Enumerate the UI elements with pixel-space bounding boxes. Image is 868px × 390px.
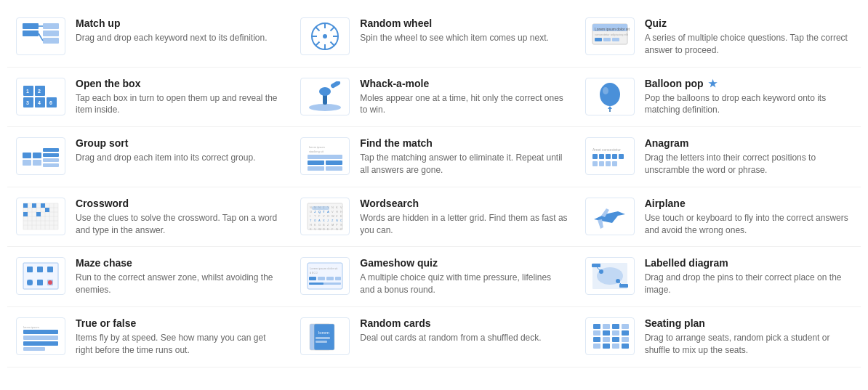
- svg-marker-39: [608, 106, 612, 109]
- labelled-diagram-title: Labelled diagram: [645, 257, 852, 269]
- svg-text:A: A: [327, 210, 329, 214]
- seating-plan-title: Seating plan: [645, 317, 852, 329]
- crossword-desc: Use the clues to solve the crossword. Ta…: [76, 212, 283, 237]
- svg-text:O: O: [310, 210, 312, 214]
- svg-text:K: K: [314, 223, 316, 227]
- svg-rect-143: [47, 267, 53, 272]
- activity-item-random-wheel[interactable]: Random wheelSpin the wheel to see which …: [292, 7, 576, 68]
- group-sort-title: Group sort: [76, 137, 283, 149]
- svg-text:D: D: [323, 227, 325, 231]
- svg-rect-155: [335, 277, 341, 280]
- quiz-title: Quiz: [645, 17, 852, 29]
- activity-item-seating-plan[interactable]: Seating planDrag to arrange seats, rando…: [576, 307, 861, 367]
- activity-item-group-sort[interactable]: Group sortDrag and drop each item into i…: [7, 127, 292, 187]
- activity-item-quiz[interactable]: Lorem ipsum dolor sit amet consectetur a…: [576, 7, 861, 68]
- balloon-pop-desc: Pop the balloons to drop each keyword on…: [645, 92, 852, 117]
- gameshow-quiz-icon: Lorem ipsum dolor sit A B C D: [300, 257, 350, 295]
- svg-text:A B C D: A B C D: [310, 272, 318, 275]
- anagram-text-block: AnagramDrag the letters into their corre…: [645, 137, 852, 176]
- svg-text:H: H: [340, 210, 342, 214]
- svg-rect-62: [619, 154, 624, 159]
- whack-a-mole-text-block: Whack-a-moleMoles appear one at a time, …: [360, 78, 567, 117]
- crossword-text-block: CrosswordUse the clues to solve the cros…: [76, 198, 283, 237]
- seating-plan-text-block: Seating planDrag to arrange seats, rando…: [645, 317, 852, 357]
- svg-point-36: [319, 87, 331, 96]
- svg-rect-23: [612, 38, 619, 41]
- svg-rect-188: [622, 324, 629, 329]
- random-cards-text-block: Random cardsDeal out cards at random fro…: [360, 317, 567, 344]
- svg-rect-154: [326, 277, 334, 280]
- activity-item-balloon-pop[interactable]: Balloon pop★Pop the balloons to drop eac…: [576, 68, 861, 128]
- svg-text:E: E: [327, 227, 329, 231]
- match-up-desc: Drag and drop each keyword next to its d…: [76, 32, 283, 44]
- svg-text:W: W: [318, 227, 321, 231]
- activity-item-open-the-box[interactable]: 1 2 3 4 6 Open the boxTap each box in tu…: [7, 68, 292, 128]
- svg-rect-66: [612, 161, 617, 166]
- quiz-icon: Lorem ipsum dolor sit amet consectetur a…: [585, 17, 635, 55]
- svg-rect-186: [612, 337, 619, 342]
- random-wheel-desc: Spin the wheel to see which item comes u…: [360, 32, 567, 44]
- svg-rect-45: [33, 160, 41, 166]
- labelled-diagram-text-block: Labelled diagramDrag and drop the pins t…: [645, 257, 852, 296]
- svg-text:O: O: [340, 227, 342, 231]
- svg-rect-58: [592, 154, 598, 159]
- activity-item-anagram[interactable]: Amet consectetur AnagramDrag the letters…: [576, 127, 861, 187]
- activity-item-random-cards[interactable]: lorem Random cardsDeal out cards at rand…: [292, 307, 576, 367]
- open-the-box-icon: 1 2 3 4 6: [16, 78, 65, 115]
- svg-rect-187: [612, 344, 619, 349]
- balloon-pop-icon: [585, 78, 635, 115]
- svg-rect-86: [41, 203, 45, 208]
- airplane-title: Airplane: [645, 198, 852, 209]
- svg-rect-63: [592, 161, 598, 166]
- svg-rect-176: [593, 324, 600, 329]
- svg-rect-189: [622, 330, 629, 336]
- quiz-desc: A series of multiple choice questions. T…: [645, 32, 852, 57]
- anagram-desc: Drag the letters into their correct posi…: [645, 152, 852, 176]
- svg-point-34: [309, 104, 341, 111]
- activity-item-wordsearch[interactable]: NNNZYNKVOJQTAVHHITFVOWZETOAXJZNCHKGBZMPS…: [292, 187, 576, 248]
- svg-text:A: A: [318, 219, 321, 222]
- svg-line-13: [316, 28, 320, 31]
- svg-rect-139: [312, 206, 329, 210]
- svg-rect-178: [593, 337, 600, 342]
- svg-rect-54: [326, 161, 342, 165]
- svg-text:3: 3: [26, 100, 29, 105]
- activity-item-maze-chase[interactable]: Maze chaseRun to the correct answer zone…: [7, 247, 292, 307]
- svg-text:Amet consectetur: Amet consectetur: [592, 147, 621, 152]
- svg-rect-42: [23, 153, 31, 158]
- svg-rect-167: [23, 330, 58, 334]
- svg-rect-84: [23, 203, 28, 208]
- svg-rect-142: [37, 267, 43, 272]
- svg-line-16: [316, 42, 320, 46]
- activity-item-true-or-false[interactable]: lorem ipsum True or falseItems fly by at…: [7, 307, 292, 367]
- whack-a-mole-icon: [300, 78, 350, 115]
- svg-point-8: [323, 34, 327, 38]
- svg-rect-168: [23, 336, 58, 340]
- svg-rect-46: [43, 148, 59, 152]
- svg-rect-60: [606, 154, 611, 159]
- activity-item-gameshow-quiz[interactable]: Lorem ipsum dolor sit A B C D Gameshow q…: [292, 247, 576, 307]
- svg-rect-48: [43, 158, 59, 162]
- svg-rect-44: [23, 160, 31, 166]
- svg-rect-53: [308, 161, 324, 165]
- true-or-false-title: True or false: [76, 317, 283, 329]
- crossword-title: Crossword: [76, 198, 283, 209]
- svg-rect-190: [622, 337, 629, 342]
- activity-item-find-the-match[interactable]: lorem ipsum stacking sit Find the matchT…: [292, 127, 576, 187]
- activity-item-labelled-diagram[interactable]: Labelled diagramDrag and drop the pins t…: [576, 247, 861, 307]
- svg-text:K: K: [310, 227, 312, 231]
- maze-chase-title: Maze chase: [76, 257, 283, 269]
- svg-point-38: [600, 83, 620, 106]
- svg-rect-162: [592, 264, 600, 267]
- quiz-text-block: QuizA series of multiple choice question…: [645, 17, 852, 57]
- activity-item-crossword[interactable]: CrosswordUse the clues to solve the cros…: [7, 187, 292, 248]
- match-up-title: Match up: [76, 17, 283, 29]
- random-cards-icon: lorem: [300, 317, 350, 355]
- svg-text:N: N: [331, 206, 334, 209]
- svg-rect-85: [32, 203, 36, 208]
- activity-item-whack-a-mole[interactable]: Whack-a-moleMoles appear one at a time, …: [292, 68, 576, 128]
- activity-item-match-up[interactable]: Match upDrag and drop each keyword next …: [7, 7, 292, 68]
- activity-item-airplane[interactable]: AirplaneUse touch or keyboard to fly int…: [576, 187, 861, 248]
- svg-rect-141: [27, 267, 33, 272]
- svg-text:lorem ipsum: lorem ipsum: [23, 325, 39, 329]
